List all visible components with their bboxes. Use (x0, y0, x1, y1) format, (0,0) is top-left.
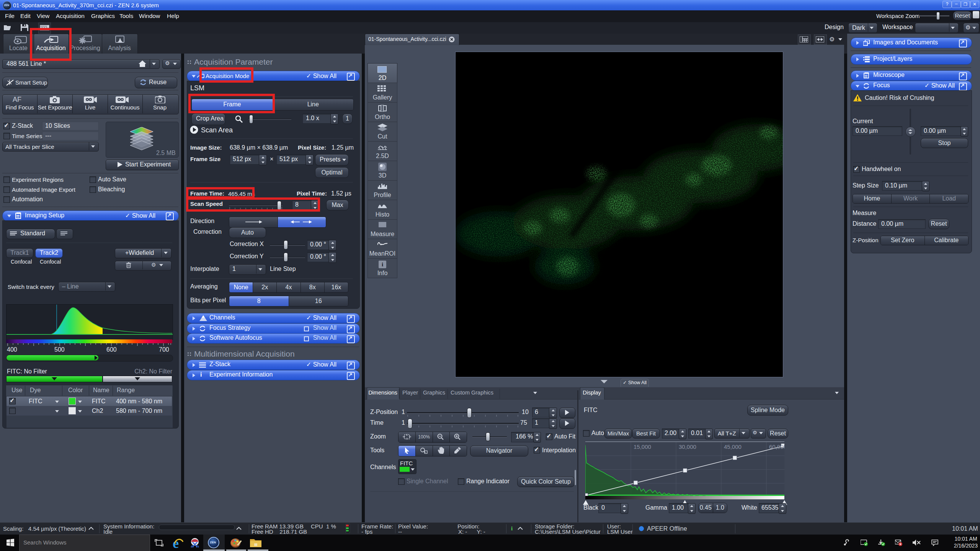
svg-text:i: i (382, 261, 383, 267)
svg-text:45,000: 45,000 (724, 443, 742, 450)
svg-text:30,000: 30,000 (679, 443, 696, 450)
svg-text:15,000: 15,000 (634, 443, 651, 450)
svg-text:60,000: 60,000 (769, 443, 784, 450)
